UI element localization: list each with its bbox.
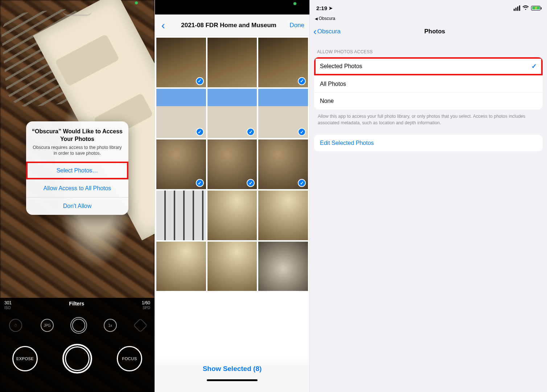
access-options-group: Selected Photos ✓ All Photos None — [314, 57, 543, 109]
selected-checkmark-icon: ✓ — [196, 77, 204, 85]
allow-all-photos-button[interactable]: Allow Access to All Photos — [26, 179, 128, 197]
zoom-chip[interactable]: 1x — [104, 319, 117, 332]
status-icons: ⚡ — [514, 5, 540, 11]
location-arrow-icon: ➤ — [329, 5, 333, 11]
nav-title: Photos — [326, 28, 543, 35]
status-bar — [155, 0, 309, 14]
focus-ring-button[interactable]: FOCUS — [117, 346, 142, 371]
status-time: 2:19 ➤ — [316, 5, 333, 11]
show-selected-button[interactable]: Show Selected (8) — [155, 365, 309, 373]
selected-checkmark-icon: ✓ — [196, 179, 204, 187]
level-icon[interactable] — [133, 318, 148, 333]
wifi-icon — [522, 5, 529, 11]
photo-thumbnail[interactable]: ✓ — [156, 38, 206, 87]
photo-thumbnail[interactable] — [156, 191, 206, 240]
selected-checkmark-icon: ✓ — [196, 128, 204, 136]
photo-access-dialog: “Obscura” Would Like to Access Your Phot… — [26, 121, 128, 215]
status-bar: 2:19 ➤ ⚡ — [310, 0, 547, 16]
photo-thumbnail[interactable] — [156, 242, 206, 291]
shutter-speed-readout[interactable]: 1/60 SPD — [142, 301, 150, 310]
camera-bottom-bar: 301 ISO Filters 1/60 SPD ⏱ JPG 1x EXPOSE… — [0, 298, 155, 392]
album-title: 2021-08 FDR Home and Museum — [168, 22, 289, 29]
option-none[interactable]: None — [314, 92, 543, 109]
photo-thumbnail[interactable]: ✓ — [258, 139, 308, 189]
option-all-photos[interactable]: All Photos — [314, 75, 543, 92]
iso-value: 301 — [4, 301, 12, 306]
section-footer-note: Allow this app to access your full photo… — [310, 109, 547, 126]
home-indicator[interactable] — [207, 379, 258, 381]
filters-label[interactable]: Filters — [69, 301, 84, 310]
edit-selected-photos-button[interactable]: Edit Selected Photos — [314, 135, 543, 151]
battery-charging-icon: ⚡ — [531, 6, 540, 11]
option-label: None — [320, 98, 334, 104]
photo-thumbnail[interactable] — [258, 242, 308, 291]
edit-selected-group: Edit Selected Photos — [314, 135, 543, 151]
section-header-allow-access: ALLOW PHOTOS ACCESS — [310, 41, 547, 57]
camera-active-indicator-icon — [293, 2, 296, 5]
nav-bar: ‹ Obscura Photos — [310, 22, 547, 41]
filter-wheel-icon[interactable] — [72, 319, 85, 332]
cellular-signal-icon — [514, 5, 520, 11]
photo-thumbnail[interactable]: ✓ — [156, 139, 206, 189]
iso-readout[interactable]: 301 ISO — [4, 301, 12, 310]
photo-thumbnail[interactable]: ✓ — [258, 89, 308, 138]
done-button[interactable]: Done — [289, 22, 306, 29]
back-to-app-breadcrumb[interactable]: Obscura — [310, 16, 547, 22]
selected-checkmark-icon: ✓ — [247, 128, 255, 136]
selected-checkmark-icon: ✓ — [298, 77, 306, 85]
panel-photo-picker: ‹ 2021-08 FDR Home and Museum Done ✓✓✓✓✓… — [155, 0, 310, 392]
picker-header: ‹ 2021-08 FDR Home and Museum Done — [155, 14, 309, 36]
dialog-message: Obscura requires access to the photo lib… — [32, 145, 123, 157]
photo-thumbnail[interactable] — [258, 191, 308, 240]
link-label: Edit Selected Photos — [320, 140, 374, 146]
back-button[interactable]: ‹ — [159, 19, 168, 32]
photo-thumbnail[interactable]: ✓ — [258, 38, 308, 87]
panel-camera-permission: “Obscura” Would Like to Access Your Phot… — [0, 0, 155, 392]
iso-label: ISO — [4, 306, 12, 310]
dialog-title: “Obscura” Would Like to Access Your Phot… — [32, 128, 123, 143]
checkmark-icon: ✓ — [531, 62, 537, 70]
photo-thumbnail[interactable]: ✓ — [207, 139, 257, 189]
time-text: 2:19 — [316, 5, 327, 11]
selected-checkmark-icon: ✓ — [298, 128, 306, 136]
select-photos-button[interactable]: Select Photos… — [26, 162, 128, 179]
timer-icon[interactable]: ⏱ — [9, 319, 22, 332]
shutter-button[interactable] — [62, 344, 92, 374]
camera-active-indicator-icon — [135, 1, 138, 4]
photo-thumbnail[interactable] — [207, 38, 257, 87]
panel-settings-photos: 2:19 ➤ ⚡ Obscura ‹ Obscura Photos ALLOW … — [310, 0, 547, 392]
spd-value: 1/60 — [142, 301, 150, 306]
option-selected-photos[interactable]: Selected Photos ✓ — [314, 57, 543, 75]
dont-allow-button[interactable]: Don't Allow — [26, 197, 128, 215]
option-label: Selected Photos — [320, 63, 362, 70]
photo-thumbnail[interactable] — [207, 191, 257, 240]
photo-thumbnail[interactable]: ✓ — [156, 89, 206, 138]
photo-thumbnail[interactable]: ✓ — [207, 89, 257, 138]
photo-thumbnail[interactable] — [207, 242, 257, 291]
picker-footer: Show Selected (8) — [155, 357, 309, 392]
expose-ring-button[interactable]: EXPOSE — [12, 346, 38, 371]
selected-checkmark-icon: ✓ — [247, 179, 255, 187]
selected-checkmark-icon: ✓ — [298, 179, 306, 187]
photo-grid: ✓✓✓✓✓✓✓✓ — [155, 36, 309, 292]
spd-label: SPD — [142, 306, 150, 310]
option-label: All Photos — [320, 81, 346, 87]
format-chip[interactable]: JPG — [41, 319, 54, 332]
sheet-grabber-icon[interactable] — [63, 11, 92, 17]
